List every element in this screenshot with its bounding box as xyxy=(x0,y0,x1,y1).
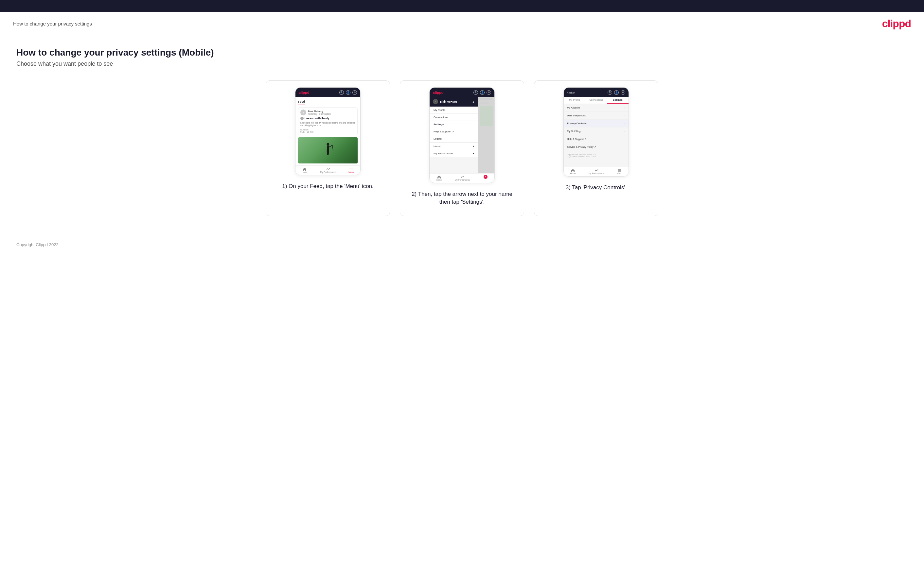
close-icon: ✕ xyxy=(483,175,488,179)
svg-line-4 xyxy=(328,145,333,147)
performance-icon-3 xyxy=(594,169,599,172)
bottom-tab-menu[interactable]: Menu xyxy=(349,168,354,173)
step-3-card: < Back 🔍 👤 ⚙ My Profile Connections Sett… xyxy=(534,81,658,216)
chevron-right-icon-3: › xyxy=(624,122,625,125)
search-icon-2: 🔍 xyxy=(473,90,478,95)
menu-icon-3 xyxy=(617,169,622,172)
dimmed-line-1 xyxy=(480,98,493,100)
bottom-tab-home-3: Home xyxy=(570,169,575,174)
search-icon: 🔍 xyxy=(339,90,344,95)
step-1-card: clippd 🔍 👤 ⚙ Feed B Blair McHarg xyxy=(266,81,390,216)
step-3-caption: 3) Tap 'Privacy Controls'. xyxy=(566,184,627,192)
tab-connections[interactable]: Connections xyxy=(585,97,607,104)
post-duration-value: 01 hr : 30 min xyxy=(300,131,355,133)
page-heading: How to change your privacy settings (Mob… xyxy=(16,47,908,58)
main-content: How to change your privacy settings (Mob… xyxy=(0,34,924,236)
x-button: ✕ xyxy=(484,175,488,179)
phone-2-navbar: clippd 🔍 👤 ⚙ xyxy=(430,88,494,97)
menu-item-connections[interactable]: Connections xyxy=(430,114,478,121)
phone-1-nav-icons: 🔍 👤 ⚙ xyxy=(339,90,357,95)
header-title: How to change your privacy settings xyxy=(13,21,92,26)
home-icon-2 xyxy=(437,175,441,179)
phone-2-logo: clippd xyxy=(433,90,443,95)
performance-icon xyxy=(326,168,331,171)
bottom-tab-close[interactable]: ✕ xyxy=(483,175,488,181)
phone-1-bottom-bar: Home My Performance Menu xyxy=(296,165,360,175)
golfer-silhouette xyxy=(322,142,334,160)
steps-container: clippd 🔍 👤 ⚙ Feed B Blair McHarg xyxy=(16,81,908,216)
chevron-down-icon-2: ▾ xyxy=(473,152,474,155)
menu-item-myprofile[interactable]: My Profile xyxy=(430,106,478,114)
user-icon: 👤 xyxy=(346,90,351,95)
post-username: Blair McHarg xyxy=(308,110,331,113)
tab-myprofile[interactable]: My Profile xyxy=(564,97,585,104)
phone-1-logo: clippd xyxy=(299,90,309,95)
step-2-card: clippd 🔍 👤 ⚙ B Blair McHarg xyxy=(400,81,524,216)
settings-version: Clippd Client Version: 2022.8.3-3 GQL Se… xyxy=(564,151,628,160)
menu-item-settings[interactable]: Settings xyxy=(430,121,478,128)
step-1-caption: 1) On your Feed, tap the 'Menu' icon. xyxy=(282,182,374,190)
user-icon-2: 👤 xyxy=(480,90,485,95)
post-user-info: Blair McHarg Yesterday · Sunningdale xyxy=(308,110,331,115)
back-button[interactable]: < Back xyxy=(567,91,575,94)
chevron-right-icon: › xyxy=(624,106,625,109)
feed-label: Feed xyxy=(298,99,305,105)
feed-post: B Blair McHarg Yesterday · Sunningdale L… xyxy=(298,107,358,135)
settings-icon-2: ⚙ xyxy=(486,90,491,95)
tab-settings[interactable]: Settings xyxy=(607,97,628,104)
phone-2-bottom-bar: Home My Performance ✕ xyxy=(430,173,494,183)
menu-item-logout[interactable]: Logout xyxy=(430,135,478,143)
settings-item-privacycontrols[interactable]: Privacy Controls › xyxy=(564,120,628,127)
menu-user-row: B Blair McHarg ▲ xyxy=(430,97,478,106)
phone-3-nav-icons: 🔍 👤 ⚙ xyxy=(607,90,625,95)
settings-item-myaccount[interactable]: My Account › xyxy=(564,104,628,112)
chevron-right-icon-4: › xyxy=(624,130,625,133)
menu-spacer xyxy=(430,157,478,173)
lesson-icon xyxy=(300,117,304,120)
menu-username: Blair McHarg xyxy=(440,100,457,103)
settings-item-helpsupport[interactable]: Help & Support ↗ xyxy=(564,135,628,143)
settings-item-dataintegrations[interactable]: Data Integrations › xyxy=(564,112,628,120)
dimmed-line-2 xyxy=(480,102,489,104)
menu-user-left: B Blair McHarg xyxy=(433,99,457,104)
dimmed-panel xyxy=(478,97,494,173)
post-header: B Blair McHarg Yesterday · Sunningdale xyxy=(300,110,355,115)
phone-1-content: Feed B Blair McHarg Yesterday · Sunningd… xyxy=(296,97,360,165)
settings-icon: ⚙ xyxy=(352,90,357,95)
menu-icon xyxy=(349,168,353,171)
menu-nav-performance[interactable]: My Performance ▾ xyxy=(430,150,478,157)
avatar: B xyxy=(300,110,306,115)
menu-avatar: B xyxy=(433,99,438,104)
step-2-caption: 2) Then, tap the arrow next to your name… xyxy=(407,190,517,206)
settings-item-serviceprivacy[interactable]: Service & Privacy Policy ↗ xyxy=(564,143,628,151)
golf-image xyxy=(298,137,358,163)
performance-icon-2 xyxy=(460,175,465,179)
chevron-right-icon-2: › xyxy=(624,114,625,117)
gql-version: GQL Server Version: 2022.7.30-1 xyxy=(567,156,625,158)
phone-3-back-bar: < Back 🔍 👤 ⚙ xyxy=(564,88,628,97)
home-icon xyxy=(302,168,307,171)
logo: clippd xyxy=(882,18,911,30)
bottom-tab-performance-2: My Performance xyxy=(455,175,470,181)
bottom-tab-home-2: Home xyxy=(436,175,442,181)
dimmed-image xyxy=(480,106,493,126)
svg-rect-1 xyxy=(327,145,329,150)
svg-point-0 xyxy=(326,143,329,145)
post-title: Lesson with Fordy xyxy=(300,117,355,121)
footer: Copyright Clippd 2022 xyxy=(0,236,924,254)
settings-tabs: My Profile Connections Settings xyxy=(564,97,628,104)
phone-3-bottom-bar: Home My Performance Menu xyxy=(564,167,628,176)
header: How to change your privacy settings clip… xyxy=(0,12,924,34)
post-text: Looking to feel like my hands are exitin… xyxy=(300,122,355,127)
phone-1-navbar: clippd 🔍 👤 ⚙ xyxy=(296,88,360,97)
user-icon-3: 👤 xyxy=(614,90,619,95)
expand-arrow-icon[interactable]: ▲ xyxy=(472,100,475,103)
settings-spacer xyxy=(564,160,628,167)
menu-nav-home[interactable]: Home ▾ xyxy=(430,143,478,150)
bottom-tab-performance: My Performance xyxy=(320,168,336,173)
top-bar xyxy=(0,0,924,12)
copyright-text: Copyright Clippd 2022 xyxy=(16,242,58,247)
bottom-tab-menu-3[interactable]: Menu xyxy=(617,169,622,174)
menu-item-helpsupport[interactable]: Help & Support ↗ xyxy=(430,128,478,135)
settings-item-mygolfbag[interactable]: My Golf Bag › xyxy=(564,127,628,135)
